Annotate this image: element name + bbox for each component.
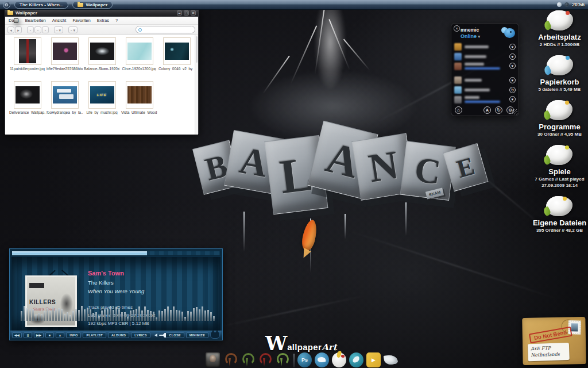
water-drip [405, 202, 407, 236]
contact-avatar [454, 63, 462, 70]
crumpled-paper-icon [547, 55, 573, 75]
dock-portrait-icon[interactable] [206, 352, 220, 367]
buddy-avatar-elephant[interactable] [501, 27, 515, 39]
dock-photoshop-icon[interactable]: Ps [297, 352, 312, 367]
volume-thumb[interactable] [163, 333, 166, 338]
file-item[interactable]: Circe-1920x1200.jpg [121, 37, 158, 81]
player-body: KILLERS Sam's Town Sam's Town The Killer… [11, 257, 220, 331]
desktop-icon-eigene-dateien[interactable]: Eigene Dateien 395 Ordner // 48,2 GB [533, 196, 586, 233]
heart-icon[interactable]: ♥ [509, 63, 516, 69]
file-item[interactable]: 11painkillerposter.jpg [9, 37, 46, 81]
minimize-button[interactable]: – [177, 10, 182, 16]
stop-button[interactable]: ■ [45, 332, 54, 338]
album-title: Sam's Town [88, 270, 155, 277]
address-line: Netherlands [531, 351, 566, 358]
file-item[interactable]: b9e79edae257686bbc... [46, 37, 83, 81]
file-item[interactable]: Vista_Ultimate_Wood_... [121, 81, 158, 125]
dock-quake-icon[interactable] [223, 352, 237, 367]
heart-icon[interactable]: ♥ [509, 44, 516, 50]
water-drip [243, 212, 245, 252]
heart-icon[interactable]: ♥ [509, 53, 516, 60]
dock-teal-app-icon[interactable] [349, 352, 363, 367]
start-button[interactable] [3, 1, 10, 9]
chevron-down-icon: ▾ [478, 34, 481, 39]
taskbar-button-player[interactable]: The Killers - When... [14, 1, 68, 9]
username: mnemic [461, 27, 480, 33]
search-box[interactable] [136, 26, 195, 33]
info-button[interactable]: INFO [66, 332, 81, 338]
heart-icon[interactable]: ♥ [509, 96, 516, 102]
file-item[interactable]: fooHydrangea_by_la... [46, 81, 83, 125]
desktop-icon-column: Arbeitsplatz 2 HDDs // 1.500GB Papierkor… [531, 10, 588, 241]
desktop-icon-papierkorb[interactable]: Papierkorb 5 dateien // 5,49 MB [539, 55, 581, 93]
albums-button[interactable]: ALBUMS [108, 332, 129, 338]
menu-ansicht[interactable]: Ansicht [52, 18, 67, 23]
contact-row[interactable]: ♥ [454, 42, 516, 52]
font-icon[interactable]: A [483, 106, 491, 114]
dock-quake3-icon[interactable] [257, 352, 272, 367]
contact-row[interactable]: ♥ [454, 62, 516, 75]
refresh-icon[interactable]: ↻ [509, 87, 516, 93]
close-button[interactable]: × [191, 10, 196, 16]
next-button[interactable]: ▶▶ [34, 332, 44, 338]
scrollbar-thumb[interactable] [196, 36, 198, 63]
file-item[interactable]: Deliverance_Wallpap... [9, 81, 46, 125]
home-icon[interactable]: ⌂ [455, 106, 462, 114]
minimize-button[interactable]: MINIMIZE [186, 332, 208, 338]
dock-quakelive-icon[interactable] [274, 352, 291, 367]
views-dropdown-button[interactable]: ▫ ▾ [54, 26, 63, 33]
seek-bar[interactable] [11, 251, 220, 256]
tray-icon-2[interactable] [564, 2, 569, 7]
dock-bird-icon[interactable] [315, 352, 329, 367]
taskbar-button-wallpaper[interactable]: Wallpaper [72, 1, 113, 9]
view-button-2[interactable]: ▫ [34, 26, 41, 33]
contact-row[interactable]: ♥ [454, 75, 516, 85]
eject-button[interactable]: ▲ [56, 332, 64, 338]
dock-media-player-icon[interactable]: ▶ [366, 352, 381, 367]
ftp-envelope-widget[interactable]: Do Not Bend AxE FTP Netherlands [522, 317, 586, 365]
menu-extras[interactable]: Extras [97, 18, 109, 23]
volume-control[interactable] [154, 334, 164, 337]
icon-label: Programme [539, 122, 580, 131]
file-thumbnail [14, 37, 41, 65]
contact-row[interactable]: ♥ [454, 52, 516, 62]
taskbar: The Killers - When... Wallpaper 20:56 [0, 0, 588, 10]
close-button[interactable]: CLOSE [165, 332, 184, 338]
lyrics-button[interactable]: LYRICS [131, 332, 150, 338]
menu-favoriten[interactable]: Favoriten [72, 18, 90, 23]
file-thumbnail [163, 37, 191, 65]
dock-swoosh-icon[interactable] [384, 352, 398, 367]
tray-icon-1[interactable] [557, 2, 562, 7]
previous-button[interactable]: ◀◀ [12, 332, 22, 338]
file-item[interactable]: Colony_0046_v2_by_... [158, 37, 195, 81]
dock-cup-icon[interactable] [332, 352, 346, 367]
seek-bar-fill [12, 251, 147, 255]
desktop-icon-spiele[interactable]: Spiele 7 Games // Last played 27.09.2009… [535, 145, 584, 189]
resize-grip[interactable] [512, 109, 517, 114]
refresh-icon[interactable]: ↻ [495, 106, 502, 114]
organize-dropdown-button[interactable]: ▫ ▾ [68, 26, 78, 33]
heart-icon[interactable]: ♥ [509, 77, 516, 83]
view-button-1[interactable]: ▫ [27, 26, 34, 33]
close-icon[interactable]: × [454, 25, 460, 32]
file-name: fooHydrangea_by_la... [47, 110, 83, 114]
back-button[interactable]: ◂ [7, 26, 14, 33]
pause-button[interactable]: || [24, 332, 32, 338]
dock-quake2-icon[interactable] [240, 352, 254, 367]
maximize-button[interactable]: □ [184, 10, 189, 16]
fox-logo-icon [210, 332, 220, 339]
desktop-icon-arbeitsplatz[interactable]: Arbeitsplatz 2 HDDs // 1.500GB [538, 10, 581, 48]
contact-row[interactable]: ↻ [454, 85, 516, 95]
window-titlebar[interactable]: Wallpaper – □ × [5, 9, 198, 17]
menu-bearbeiten[interactable]: Bearbeiten [25, 18, 46, 23]
scrollbar[interactable] [195, 35, 198, 135]
menu-help[interactable]: ? [115, 18, 118, 23]
view-button-3[interactable]: ▫ [42, 26, 49, 33]
desktop-icon-programme[interactable]: Programme 30 Ordner // 4,95 MB [537, 100, 582, 137]
volume-slider[interactable] [159, 335, 164, 336]
file-item[interactable]: Balance-Skam-1920x1... [83, 37, 121, 81]
file-item[interactable]: LIFE Life_by_mushir.jpg [83, 81, 121, 125]
status-selector[interactable]: Online ▾ [461, 33, 480, 39]
playlist-button[interactable]: PLAYLIST [83, 332, 106, 338]
forward-button[interactable]: ▸ [15, 26, 22, 33]
